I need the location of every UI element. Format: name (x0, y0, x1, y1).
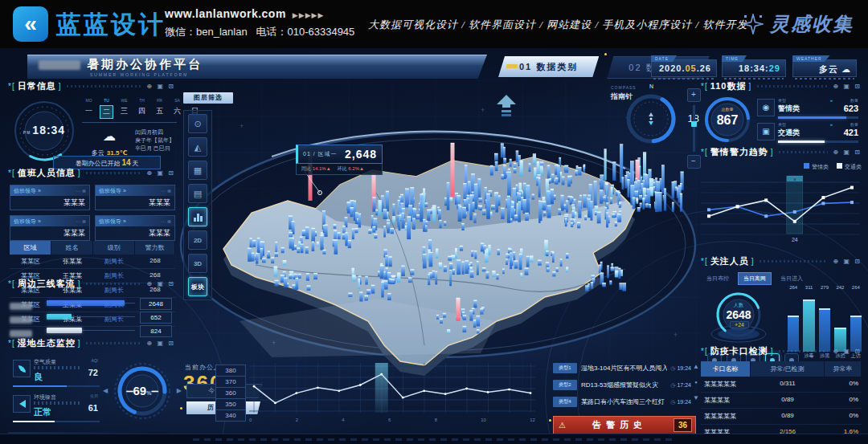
office-trend-chart (249, 363, 535, 416)
office-x-tick: 12 (530, 418, 535, 422)
scroll-up-icon[interactable]: ▲ (693, 363, 699, 370)
alert-history-banner[interactable]: ⚠ 告警历史 36 (553, 416, 696, 434)
tooltip-value: 2,648 (345, 148, 377, 161)
air-quality-item: 空气质量 良 AQI72 (13, 358, 101, 390)
layer-button-camera-icon[interactable]: ⊙ (188, 114, 207, 133)
zoom-out-button[interactable]: − (687, 155, 701, 169)
week-day-tu[interactable]: TU二 (100, 98, 113, 119)
p110-type: 交通类 (778, 128, 800, 138)
layer-button-mode-block[interactable]: 板块 (188, 277, 207, 296)
website-link[interactable]: www.lanlanwork.com▶▶▶▶▶ (165, 7, 354, 20)
alert-row[interactable]: 类型1湿地3-104片区有不明人员闯入19:24 (553, 360, 691, 377)
flow-value: 824 (140, 325, 172, 337)
alert-time: 17:24 (667, 382, 691, 389)
layer-button-list-icon[interactable]: ▤ (188, 184, 207, 203)
layer-button-mode-3d[interactable]: 3D (188, 254, 207, 273)
panel-duty-info: *[值班人员信息]⊕ ▣ ⊡ 值班领导 »⋯ ⊗某某某值班领导 »⋯ ⊗某某某值… (8, 167, 175, 276)
panel-controls[interactable]: ⊕ ▣ ⊡ (833, 83, 862, 90)
weather-box: WEATHER 多云 ☁ (792, 59, 857, 77)
p110-row: ◉ 类型警情类 » 数量623 (757, 98, 860, 119)
arrow-right-icon[interactable]: ▶ (177, 387, 182, 394)
platform-title-plate: 暑期办公协作平台 SUMMER WORKING PLATFORM (27, 55, 487, 79)
alert-list: 类型1湿地3-104片区有不明人员闯入19:24类型2RD13-53烟感报警疑似… (553, 360, 691, 410)
focus-tab[interactable]: 当日布控 (701, 272, 735, 285)
trend-chart: ∨24 (701, 174, 860, 243)
office-y-tick: 380 (215, 365, 246, 377)
scroll-down-icon[interactable]: ▼ (693, 394, 699, 401)
week-day-sa[interactable]: SA六 (170, 98, 184, 119)
focus-bar: 264 上访 (850, 292, 862, 352)
platform-subtitle: SUMMER WORKING PLATFORM (90, 72, 487, 77)
panel-controls[interactable]: ⊕ ▣ ⊡ (833, 348, 862, 355)
redacted-line-label (10, 316, 32, 324)
panel-title: 防疫卡口检测 (710, 345, 768, 357)
legend-item[interactable]: 警情类 (804, 163, 829, 171)
tooltip-region: 01 / 区域一 (303, 150, 338, 158)
layer-filter-title: 图层筛选 (183, 92, 233, 104)
office-x-tick: 10 (481, 418, 486, 422)
date-box: DATE 2020.05.26 (651, 59, 717, 77)
focus-tab[interactable]: 当日离网 (738, 272, 772, 285)
layer-button-mode-2d[interactable]: 2D (188, 230, 207, 250)
office-y-tick: 350 (215, 398, 246, 410)
services-list: 大数据可视化设计 / 软件界面设计 / 网站建设 / 手机及小程序设计 / 软件… (368, 18, 747, 32)
time-box: TIME 18:34:29 (722, 59, 786, 77)
panel-passenger-flow: *[周边三线客流]⊕ ▣ ⊡ 2648 652 824 (8, 278, 175, 336)
inspiration-logo: 灵感收集 (743, 11, 854, 37)
panel-controls[interactable]: ⊕ ▣ ⊡ (833, 258, 862, 265)
clock-widget: PM18:34 (13, 100, 76, 162)
compass-dial (625, 93, 677, 145)
compass: COMPASS 指南针 N 18 (609, 85, 698, 157)
duty-leader-card[interactable]: 值班领导 »⋯ ⊗某某某 (95, 185, 175, 210)
scroll-dot-icon[interactable]: ● (694, 380, 698, 385)
office-x-tick: 8 (435, 418, 437, 422)
focus-bar: 264 在逃 (788, 292, 799, 352)
layer-button-bar-chart-icon[interactable] (188, 207, 207, 226)
zoom-in-button[interactable]: + (687, 88, 701, 102)
checkpoint-row[interactable]: 某某某某某0/890% (701, 409, 862, 425)
weather-label: WEATHER (792, 55, 830, 62)
focus-delta: +24 (730, 321, 749, 328)
panel-controls[interactable]: ⊕ ▣ ⊡ (833, 149, 862, 156)
air-value: 72 (88, 368, 98, 377)
duty-leader-card[interactable]: 值班领导 »⋯ ⊗某某某 (10, 185, 90, 210)
week-day-th[interactable]: TH四 (135, 98, 149, 119)
panel-controls[interactable]: ⊕ ▣ ⊡ (147, 169, 175, 177)
layer-filter-toolbar: 图层筛选 ⊙◭▦▤2D3D板块 (183, 92, 233, 300)
panel-controls[interactable]: ⊕ ▣ ⊡ (147, 280, 175, 287)
p110-row: ▣ 类型交通类 » 数量421 (757, 122, 860, 143)
alert-row[interactable]: 类型4某路口有小汽车连闯三个红灯19:24 (553, 393, 691, 410)
duty-leader-card[interactable]: 值班领导 »⋯ ⊗某某某 (95, 215, 175, 241)
panel-controls[interactable]: ⊕ ▣ ⊡ (147, 83, 175, 90)
time-label: TIME (722, 55, 747, 62)
zoom-track[interactable] (693, 105, 695, 152)
map-tooltip[interactable]: 01 / 区域一 2,648 同比 14.1%▲ 环比 6.2%▲ (296, 145, 383, 175)
duty-leader-card[interactable]: 值班领导 »⋯ ⊗某某某 (10, 215, 90, 241)
week-day-mo[interactable]: MO一 (82, 98, 96, 119)
redacted-line-label (10, 330, 32, 337)
alert-scroll: ▲ ● ▼ (693, 363, 699, 401)
leaf-icon (13, 360, 31, 377)
tab-data-category-1[interactable]: 01 数据类别 (498, 56, 599, 77)
alert-row[interactable]: 类型2RD13-53烟感报警疑似火灾17:24 (553, 377, 691, 393)
office-x-tick: 4 (342, 418, 344, 422)
noise-value: 61 (88, 403, 98, 413)
week-day-fr[interactable]: FR五 (153, 98, 166, 119)
dashboard: 暑期办公协作平台 SUMMER WORKING PLATFORM 01 数据类别… (0, 48, 868, 444)
zoom-thumb[interactable] (691, 121, 697, 127)
week-day-we[interactable]: WE三 (117, 98, 131, 119)
alert-type-badge: 类型4 (553, 397, 577, 407)
arrow-left-icon[interactable]: ◀ (103, 387, 108, 394)
legend-item[interactable]: 交通类 (837, 163, 862, 171)
alert-time: 19:24 (667, 365, 691, 372)
phone-label: 电话：010-63334945 (256, 26, 354, 38)
duty-table-row[interactable]: 某某区张某某副局长268 (10, 255, 175, 269)
layer-button-signal-icon[interactable]: ◭ (188, 137, 207, 157)
panel-controls[interactable]: ⊕ ▣ ⊡ (147, 340, 175, 347)
warning-icon: ⚠ (559, 421, 566, 430)
date-value: 2020.05.26 (659, 63, 711, 73)
layer-button-building-icon[interactable]: ▦ (188, 161, 207, 180)
checkpoint-row[interactable]: 某某某某0/890% (701, 393, 862, 409)
checkpoint-row[interactable]: 某某某某某0/3110% (701, 377, 862, 393)
gauge-value: 69 (133, 384, 147, 397)
